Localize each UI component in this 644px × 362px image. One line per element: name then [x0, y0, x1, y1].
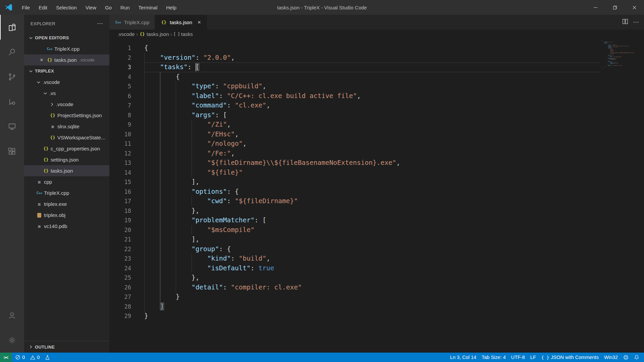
- menu-file[interactable]: File: [17, 0, 34, 15]
- line-content[interactable]: "${fileDirname}\\${fileBasenameNoExtensi…: [144, 158, 600, 168]
- line-content[interactable]: "tasks": [: [144, 62, 600, 72]
- line-number[interactable]: 22: [109, 244, 144, 254]
- cursor-position[interactable]: Ln 3, Col 14: [447, 353, 479, 362]
- menu-view[interactable]: View: [81, 0, 101, 15]
- line-content[interactable]: ]: [144, 302, 600, 312]
- code-line-19[interactable]: 19 "problemMatcher": [: [109, 216, 600, 225]
- line-number[interactable]: 28: [109, 302, 144, 312]
- tree-item-triplex.obj[interactable]: triplex.obj: [24, 210, 109, 221]
- source-control-icon[interactable]: [0, 64, 24, 89]
- code-line-2[interactable]: 2 "version": "2.0.0",: [109, 53, 600, 63]
- line-number[interactable]: 21: [109, 235, 144, 244]
- open-editor-tasks.json[interactable]: ✕{}tasks.json.vscode: [24, 54, 109, 65]
- close-button[interactable]: [625, 0, 644, 15]
- code-line-13[interactable]: 13 "${fileDirname}\\${fileBasenameNoExte…: [109, 158, 600, 168]
- line-number[interactable]: 27: [109, 292, 144, 302]
- line-content[interactable]: "/Zi",: [144, 120, 600, 130]
- tree-item-triplex.exe[interactable]: ≡triplex.exe: [24, 198, 109, 210]
- code-line-25[interactable]: 25 },: [109, 273, 600, 283]
- tree-item-ProjectSettings.json[interactable]: {}ProjectSettings.json: [24, 110, 109, 121]
- line-number[interactable]: 3: [109, 62, 144, 72]
- more-actions-icon[interactable]: ⋯: [633, 18, 639, 26]
- line-content[interactable]: "$msCompile": [144, 225, 600, 235]
- tree-item-tasks.json[interactable]: {}tasks.json: [24, 165, 109, 176]
- breadcrumb-tasks[interactable]: [ ]tasks: [173, 31, 193, 37]
- line-content[interactable]: },: [144, 273, 600, 283]
- account-icon[interactable]: [0, 303, 24, 328]
- code-line-12[interactable]: 12 "/Fe:",: [109, 149, 600, 159]
- line-content[interactable]: "detail": "compiler: cl.exe": [144, 283, 600, 292]
- line-number[interactable]: 13: [109, 158, 144, 168]
- close-icon[interactable]: ✕: [196, 20, 203, 25]
- line-content[interactable]: "group": {: [144, 244, 600, 254]
- code-line-26[interactable]: 26 "detail": "compiler: cl.exe": [109, 283, 600, 292]
- tree-item-c_cpp_properties.json[interactable]: {}c_cpp_properties.json: [24, 143, 109, 154]
- open-editor-TripleX.cpp[interactable]: C++TripleX.cpp: [24, 43, 109, 54]
- code-line-11[interactable]: 11 "/nologo",: [109, 139, 600, 149]
- line-content[interactable]: {: [144, 72, 600, 82]
- code-line-28[interactable]: 28 ]: [109, 302, 600, 312]
- line-content[interactable]: "version": "2.0.0",: [144, 53, 600, 63]
- settings-icon[interactable]: [0, 328, 24, 353]
- line-number[interactable]: 18: [109, 206, 144, 216]
- code-line-16[interactable]: 16 "options": {: [109, 187, 600, 197]
- line-number[interactable]: 5: [109, 82, 144, 91]
- minimap[interactable]: { "version": "2.0.0", "tasks": [ { "type…: [602, 41, 639, 84]
- code-line-21[interactable]: 21 ],: [109, 235, 600, 244]
- code-line-1[interactable]: 1{: [109, 43, 600, 53]
- line-content[interactable]: "type": "cppbuild",: [144, 82, 600, 91]
- platform[interactable]: Win32: [601, 353, 621, 362]
- code-line-18[interactable]: 18 },: [109, 206, 600, 216]
- menu-run[interactable]: Run: [116, 0, 134, 15]
- tree-item-settings.json[interactable]: {}settings.json: [24, 154, 109, 165]
- line-number[interactable]: 9: [109, 120, 144, 130]
- line-number[interactable]: 17: [109, 196, 144, 206]
- tree-item-VSWorkspaceState...[interactable]: {}VSWorkspaceState...: [24, 132, 109, 143]
- code-line-23[interactable]: 23 "kind": "build",: [109, 254, 600, 264]
- tab-TripleX.cpp[interactable]: C++TripleX.cpp: [109, 15, 155, 30]
- line-number[interactable]: 1: [109, 43, 144, 53]
- more-actions-icon[interactable]: ⋯: [97, 20, 103, 27]
- code-line-27[interactable]: 27 }: [109, 292, 600, 302]
- line-content[interactable]: "/nologo",: [144, 139, 600, 149]
- menu-edit[interactable]: Edit: [34, 0, 52, 15]
- code-line-7[interactable]: 7 "command": "cl.exe",: [109, 101, 600, 110]
- extensions-icon[interactable]: [0, 139, 24, 164]
- line-content[interactable]: ],: [144, 177, 600, 187]
- line-number[interactable]: 2: [109, 53, 144, 63]
- minimize-button[interactable]: [586, 0, 605, 15]
- breadcrumb-tasks.json[interactable]: {}tasks.json: [139, 31, 169, 37]
- code-line-22[interactable]: 22 "group": {: [109, 244, 600, 254]
- line-content[interactable]: "/EHsc",: [144, 130, 600, 139]
- menu-terminal[interactable]: Terminal: [134, 0, 162, 15]
- line-number[interactable]: 12: [109, 149, 144, 159]
- line-content[interactable]: "problemMatcher": [: [144, 216, 600, 225]
- code-line-24[interactable]: 24 "isDefault": true: [109, 264, 600, 273]
- code-line-29[interactable]: 29}: [109, 311, 600, 321]
- line-number[interactable]: 26: [109, 283, 144, 292]
- remote-indicator[interactable]: ><: [0, 353, 12, 362]
- line-number[interactable]: 29: [109, 311, 144, 321]
- line-content[interactable]: },: [144, 206, 600, 216]
- code-line-17[interactable]: 17 "cwd": "${fileDirname}": [109, 196, 600, 206]
- line-content[interactable]: "label": "C/C++: cl.exe build active fil…: [144, 91, 600, 101]
- code-line-9[interactable]: 9 "/Zi",: [109, 120, 600, 130]
- code-editor[interactable]: 1{2 "version": "2.0.0",3 "tasks": [4 {5 …: [109, 39, 600, 321]
- code-line-4[interactable]: 4 {: [109, 72, 600, 82]
- tree-item-slnx.sqlite[interactable]: ≡slnx.sqlite: [24, 121, 109, 132]
- code-line-8[interactable]: 8 "args": [: [109, 110, 600, 120]
- line-number[interactable]: 15: [109, 177, 144, 187]
- outline-section[interactable]: OUTLINE: [24, 341, 109, 353]
- line-number[interactable]: 25: [109, 273, 144, 283]
- notifications[interactable]: [631, 353, 642, 362]
- line-number[interactable]: 19: [109, 216, 144, 225]
- tree-item-TripleX.cpp[interactable]: C++TripleX.cpp: [24, 187, 109, 198]
- tree-item-vc140.pdb[interactable]: ≡vc140.pdb: [24, 221, 109, 232]
- line-number[interactable]: 16: [109, 187, 144, 197]
- warning-count[interactable]: 0: [28, 353, 42, 362]
- code-line-15[interactable]: 15 ],: [109, 177, 600, 187]
- encoding[interactable]: UTF-8: [508, 353, 528, 362]
- line-content[interactable]: "${file}": [144, 168, 600, 178]
- line-content[interactable]: "args": [: [144, 110, 600, 120]
- open-editors-header[interactable]: OPEN EDITORS: [24, 32, 109, 43]
